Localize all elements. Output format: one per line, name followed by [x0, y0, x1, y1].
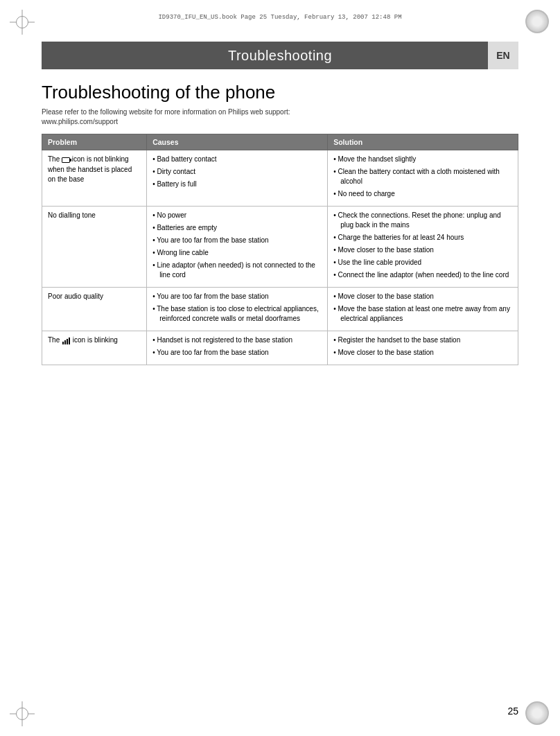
causes-cell: You are too far from the base station Th… — [147, 288, 328, 331]
header-title: Troubleshooting — [228, 48, 332, 64]
problem-cell: No dialling tone — [42, 207, 147, 288]
table-row: Poor audio quality You are too far from … — [42, 288, 518, 331]
main-content: Troubleshooting of the phone Please refe… — [42, 82, 518, 365]
solutions-cell: Move closer to the base station Move the… — [328, 288, 518, 331]
page-container: ID9370_IFU_EN_US.book Page 25 Tuesday, F… — [0, 0, 560, 736]
intro-text: Please refer to the following website fo… — [42, 107, 518, 127]
page-number: 25 — [507, 706, 518, 717]
trouble-table: Problem Causes Solution The icon is not … — [42, 134, 518, 365]
col-header-solution: Solution — [328, 134, 518, 150]
causes-cell: No power Batteries are empty You are too… — [147, 207, 328, 288]
problem-cell: The icon is not blinking when the handse… — [42, 150, 147, 207]
col-header-causes: Causes — [147, 134, 328, 150]
problem-cell: Poor audio quality — [42, 288, 147, 331]
page-heading: Troubleshooting of the phone — [42, 82, 518, 103]
table-row: The icon is blinking Handset is not reg — [42, 331, 518, 365]
corner-tr — [525, 10, 550, 35]
causes-cell: Bad battery contact Dirty contact Batter… — [147, 150, 328, 207]
corner-br — [525, 701, 550, 726]
solutions-cell: Move the handset slightly Clean the batt… — [328, 150, 518, 207]
causes-cell: Handset is not registered to the base st… — [147, 331, 328, 365]
header-bar: Troubleshooting EN — [42, 42, 518, 69]
lang-badge: EN — [488, 42, 518, 69]
corner-bl — [10, 701, 35, 726]
solutions-cell: Register the handset to the base station… — [328, 331, 518, 365]
problem-cell: The icon is blinking — [42, 331, 147, 365]
solutions-cell: Check the connections. Reset the phone: … — [328, 207, 518, 288]
metadata-bar: ID9370_IFU_EN_US.book Page 25 Tuesday, F… — [42, 14, 518, 21]
table-row: No dialling tone No power Batteries are … — [42, 207, 518, 288]
col-header-problem: Problem — [42, 134, 147, 150]
table-row: The icon is not blinking when the handse… — [42, 150, 518, 207]
corner-tl — [10, 10, 35, 35]
